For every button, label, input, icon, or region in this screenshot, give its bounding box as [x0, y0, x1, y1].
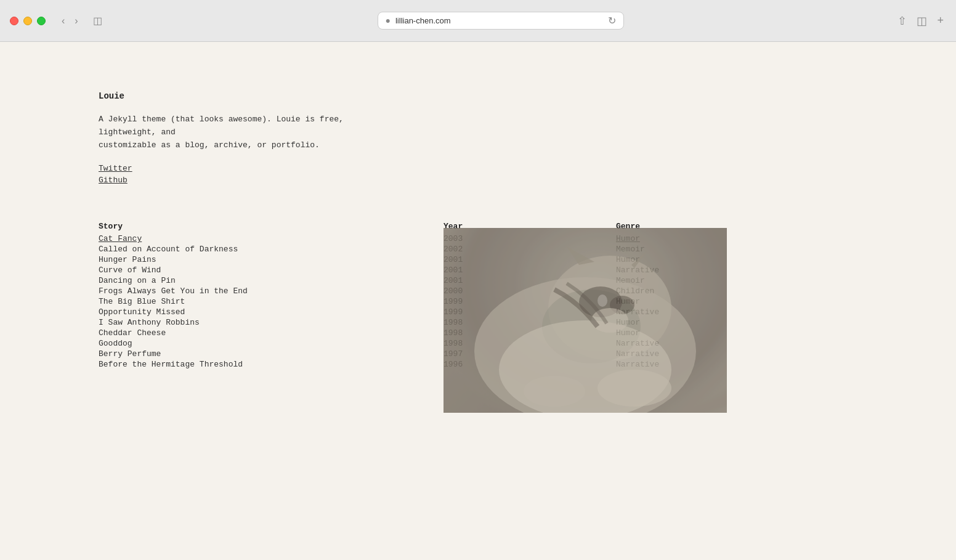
minimize-button[interactable]: [23, 17, 32, 25]
toolbar-right: ⇧ ◫ +: [895, 12, 946, 30]
nav-buttons: ‹ ›: [58, 13, 82, 29]
story-title: Dancing on a Pin: [99, 276, 444, 285]
story-title: Gooddog: [99, 339, 444, 348]
story-title: Berry Perfume: [99, 349, 444, 359]
share-button[interactable]: ⇧: [895, 12, 909, 30]
address-input[interactable]: [395, 16, 603, 25]
story-title: Opportunity Missed: [99, 307, 444, 317]
sidebar-toggle-button[interactable]: ◫: [89, 12, 106, 29]
browser-window: ‹ › ◫ ● ↻ ⇧ ◫ + Louie A Jekyll theme (th…: [0, 0, 956, 560]
story-title: Cheddar Cheese: [99, 328, 444, 338]
story-title: The Big Blue Shirt: [99, 297, 444, 306]
story-title: Before the Hermitage Threshold: [99, 360, 444, 369]
new-tab-button[interactable]: +: [934, 12, 946, 30]
site-title: Louie: [99, 91, 678, 101]
cat-photo: [444, 228, 727, 413]
forward-button[interactable]: ›: [71, 13, 81, 29]
site-description: A Jekyll theme (that looks awesome). Lou…: [99, 113, 370, 152]
window-button[interactable]: ◫: [914, 12, 930, 30]
reload-button[interactable]: ↻: [608, 15, 616, 26]
page-inner: Louie A Jekyll theme (that looks awesome…: [0, 42, 678, 407]
twitter-link[interactable]: Twitter: [99, 164, 678, 173]
traffic-lights: [10, 17, 46, 25]
lock-icon: ●: [386, 16, 391, 26]
github-link[interactable]: Github: [99, 176, 678, 185]
address-bar-wrap: ● ↻: [378, 12, 624, 30]
back-button[interactable]: ‹: [58, 13, 68, 29]
maximize-button[interactable]: [37, 17, 46, 25]
description-line2: customizable as a blog, archive, or port…: [99, 140, 320, 150]
story-title: Curve of Wind: [99, 266, 444, 275]
story-title: I Saw Anthony Robbins: [99, 318, 444, 327]
title-bar: ‹ › ◫ ● ↻ ⇧ ◫ +: [0, 0, 956, 42]
description-line1: A Jekyll theme (that looks awesome). Lou…: [99, 115, 344, 137]
stories-section: Story Year Genre Cat Fancy 2003 Humor Ca…: [99, 222, 678, 370]
story-title: Hunger Pains: [99, 255, 444, 264]
header-story: Story: [99, 222, 444, 231]
story-title: Called on Account of Darkness: [99, 245, 444, 254]
address-bar-container: ● ↻: [113, 12, 888, 30]
close-button[interactable]: [10, 17, 18, 25]
story-title: Frogs Always Get You in the End: [99, 286, 444, 296]
site-links: Twitter Github: [99, 164, 678, 185]
page-content: Louie A Jekyll theme (that looks awesome…: [0, 42, 956, 560]
story-title[interactable]: Cat Fancy: [99, 234, 444, 243]
svg-rect-13: [444, 228, 727, 413]
